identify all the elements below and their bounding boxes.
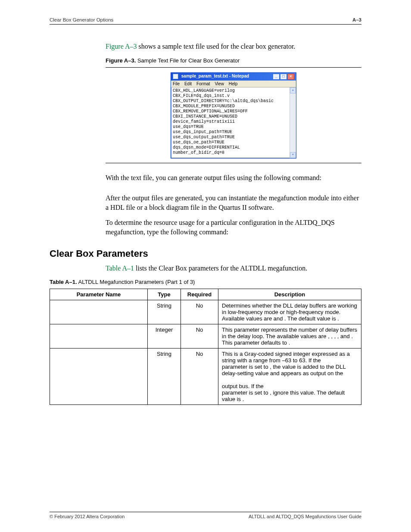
cell-required: No bbox=[181, 348, 218, 405]
cell-type: String bbox=[148, 300, 181, 324]
th-description: Description bbox=[218, 289, 361, 300]
cell-description: This parameter represents the number of … bbox=[218, 324, 361, 348]
page-footer: © February 2012 Altera Corporation ALTDL… bbox=[50, 512, 361, 519]
figure-caption-bold: Figure A–3. bbox=[106, 57, 136, 64]
document-icon bbox=[173, 74, 178, 79]
cell-required: No bbox=[181, 324, 218, 348]
menu-view[interactable]: View bbox=[215, 81, 224, 86]
cell-param-name bbox=[50, 300, 148, 324]
cell-param-name bbox=[50, 348, 148, 405]
paragraph-resource: To determine the resource usage for a pa… bbox=[106, 218, 361, 236]
figure-caption: Figure A–3. Sample Text File for Clear B… bbox=[106, 57, 361, 64]
header-left: Clear Box Generator Options bbox=[50, 17, 113, 22]
footer-right: ALTDLL and ALTDQ_DQS Megafunctions User … bbox=[249, 514, 361, 519]
table-row: String No Determines whether the DLL del… bbox=[50, 300, 361, 324]
notepad-title-text: sample_param_test.txt - Notepad bbox=[181, 74, 249, 78]
notepad-text: CBX_HDL_LANGUAGE=verilog CBX_FILE=dq_dqs… bbox=[171, 87, 290, 158]
notepad-titlebar: sample_param_test.txt - Notepad _ □ × bbox=[171, 73, 296, 81]
maximize-button[interactable]: □ bbox=[280, 74, 287, 80]
notepad-window: sample_param_test.txt - Notepad _ □ × Fi… bbox=[171, 72, 296, 159]
scroll-down-icon[interactable]: ▾ bbox=[290, 152, 296, 158]
th-required: Required bbox=[181, 289, 218, 300]
page-header: Clear Box Generator Options A–3 bbox=[50, 17, 361, 25]
intro-paragraph: Figure A–3 shows a sample text file used… bbox=[106, 42, 361, 51]
footer-left: © February 2012 Altera Corporation bbox=[50, 514, 125, 519]
table-caption: Table A–1. ALTDLL Megafunction Parameter… bbox=[50, 279, 361, 285]
menu-format[interactable]: Format bbox=[196, 81, 210, 86]
parameters-table: Parameter Name Type Required Description… bbox=[50, 289, 361, 405]
header-page-number: A–3 bbox=[352, 17, 361, 22]
scroll-up-icon[interactable]: ▴ bbox=[290, 87, 296, 93]
table-row: Integer No This parameter represents the… bbox=[50, 324, 361, 348]
intro-rest: shows a sample text file used for the cl… bbox=[137, 43, 295, 50]
notepad-title-left: sample_param_test.txt - Notepad bbox=[173, 74, 249, 79]
cell-description: This is a Gray-coded signed integer expr… bbox=[218, 348, 361, 405]
cell-type: String bbox=[148, 348, 181, 405]
table-intro-rest: lists the Clear Box parameters for the A… bbox=[134, 264, 307, 272]
th-type: Type bbox=[148, 289, 181, 300]
table-header-row: Parameter Name Type Required Description bbox=[50, 289, 361, 300]
cell-required: No bbox=[181, 300, 218, 324]
figure-rule-top bbox=[106, 67, 361, 68]
paragraph-instantiate: After the output files are generated, yo… bbox=[106, 193, 361, 212]
menu-edit[interactable]: Edit bbox=[184, 81, 192, 86]
th-parameter-name: Parameter Name bbox=[50, 289, 148, 300]
figure-link[interactable]: Figure A–3 bbox=[106, 43, 137, 50]
table-caption-mid: ALTDLL Megafunction Parameters bbox=[77, 279, 164, 285]
paragraph-command: With the text file, you can generate out… bbox=[106, 173, 361, 183]
section-heading: Clear Box Parameters bbox=[50, 248, 361, 259]
figure-caption-text: Sample Text File for Clear Box Generator bbox=[136, 57, 240, 64]
table-caption-part: (Part 1 of 3) bbox=[164, 279, 195, 285]
minimize-button[interactable]: _ bbox=[273, 74, 280, 80]
cell-description: Determines whether the DLL delay buffers… bbox=[218, 300, 361, 324]
cell-type: Integer bbox=[148, 324, 181, 348]
notepad-scrollbar[interactable]: ▴ ▾ bbox=[290, 87, 296, 158]
figure-rule-bottom bbox=[106, 163, 361, 164]
table-row: String No This is a Gray-coded signed in… bbox=[50, 348, 361, 405]
notepad-menubar: File Edit Format View Help bbox=[171, 81, 296, 87]
close-button[interactable]: × bbox=[287, 74, 294, 80]
menu-file[interactable]: File bbox=[173, 81, 180, 86]
window-controls: _ □ × bbox=[273, 74, 294, 80]
table-caption-bold: Table A–1. bbox=[50, 279, 77, 285]
cell-param-name bbox=[50, 324, 148, 348]
notepad-body: CBX_HDL_LANGUAGE=verilog CBX_FILE=dq_dqs… bbox=[171, 87, 296, 158]
menu-help[interactable]: Help bbox=[229, 81, 238, 86]
table-link[interactable]: Table A–1 bbox=[106, 264, 134, 272]
table-intro: Table A–1 lists the Clear Box parameters… bbox=[106, 264, 361, 273]
